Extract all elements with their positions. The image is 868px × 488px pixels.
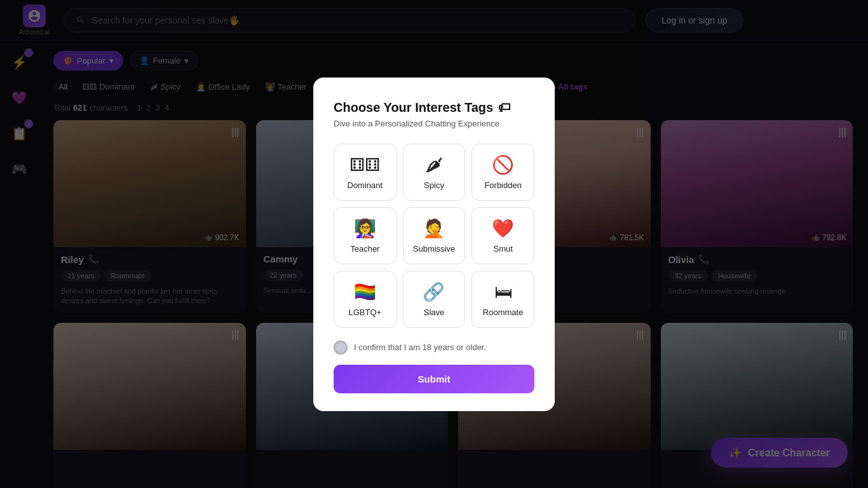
submit-button[interactable]: Submit [334,365,534,393]
modal-tag-roommate[interactable]: 🛏 Roommate [471,271,534,328]
modal-overlay[interactable]: Choose Your Interest Tags 🏷 Dive into a … [0,0,868,488]
modal-tag-smut[interactable]: ❤️ Smut [471,207,534,264]
modal-tag-spicy[interactable]: 🌶 Spicy [403,144,466,201]
modal-subtitle: Dive into a Personalized Chatting Experi… [334,119,534,128]
modal-tag-submissive[interactable]: 🤦 Submissive [403,207,466,264]
confirm-text: I confirm that I am 18 years or older. [354,342,486,352]
confirm-row: I confirm that I am 18 years or older. [334,341,534,355]
modal-tag-teacher[interactable]: 👩‍🏫 Teacher [334,207,397,264]
interest-tags-modal: Choose Your Interest Tags 🏷 Dive into a … [313,78,555,411]
modal-title-icon: 🏷 [498,100,511,115]
modal-tag-dominant[interactable]: ⚅⚅ Dominant [334,144,397,201]
modal-tag-slave[interactable]: 🔗 Slave [403,271,466,328]
modal-tag-lgbtq[interactable]: 🏳️‍🌈 LGBTQ+ [334,271,397,328]
modal-title: Choose Your Interest Tags 🏷 [334,100,534,115]
modal-tag-forbidden[interactable]: 🚫 Forbidden [471,144,534,201]
confirm-checkbox[interactable] [334,341,348,355]
modal-tag-grid: ⚅⚅ Dominant 🌶 Spicy 🚫 Forbidden 👩‍🏫 Teac… [334,144,534,328]
